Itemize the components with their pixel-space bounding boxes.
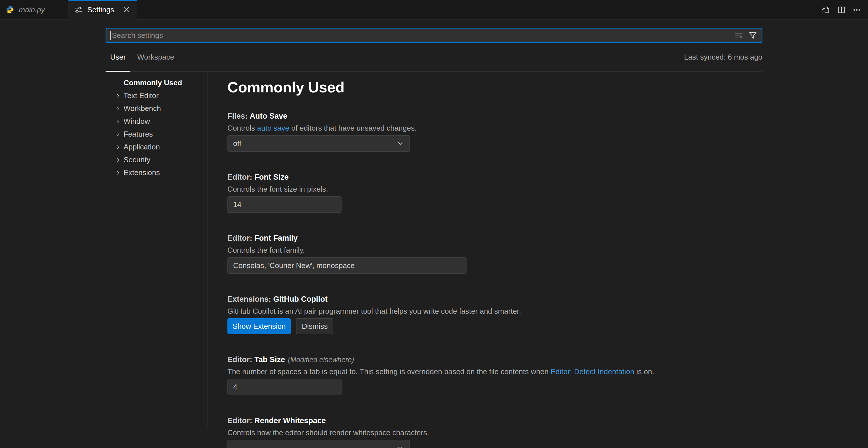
editor-render-whitespace-select[interactable] [227, 440, 410, 448]
editor-tab-settings[interactable]: Settings [68, 0, 137, 20]
more-actions-icon[interactable] [852, 5, 862, 14]
toc-item-label: Application [124, 142, 160, 152]
setting-title: Editor: Render Whitespace [227, 416, 763, 425]
description-text: of editors that have unsaved changes. [289, 124, 417, 132]
setting-name: Font Family [254, 234, 298, 243]
scope-tab-workspace[interactable]: Workspace [133, 43, 179, 71]
filter-icon[interactable] [748, 31, 757, 40]
python-icon [5, 5, 15, 14]
search-actions [734, 31, 757, 40]
clear-settings-search-icon [734, 31, 744, 40]
setting-description: Controls how the editor should render wh… [227, 428, 763, 438]
editor-font-size-input[interactable]: 14 [227, 196, 342, 213]
setting-category: Files: [227, 112, 248, 120]
settings-search-row: Search settings [105, 28, 763, 43]
tab-label: Settings [87, 5, 114, 14]
settings-link[interactable]: auto save [257, 124, 289, 132]
toc-item-label: Features [124, 130, 153, 138]
setting-control: 14 [227, 196, 763, 213]
setting-files-auto-save: Files: Auto SaveControls auto save of ed… [227, 111, 763, 152]
scope-tab-user[interactable]: User [105, 43, 130, 71]
input-value: 14 [233, 200, 241, 209]
select-value: off [233, 139, 241, 148]
chevron-right-icon [114, 131, 122, 138]
chevron-right-icon [114, 92, 122, 99]
description-text: Controls how the editor should render wh… [227, 428, 429, 437]
settings-body: Commonly Used Text Editor Workbench Wind… [0, 72, 868, 428]
search-input[interactable]: Search settings [105, 28, 763, 43]
open-settings-json-icon[interactable] [821, 5, 831, 14]
editor-tab-size-input[interactable]: 4 [227, 379, 342, 395]
chevron-down-icon [396, 444, 404, 448]
toc-item-label: Workbench [124, 104, 161, 113]
setting-editor-render-whitespace: Editor: Render WhitespaceControls how th… [227, 416, 763, 448]
chevron-right-icon [114, 169, 122, 177]
description-text: Controls [227, 124, 257, 132]
setting-name: Render Whitespace [254, 416, 326, 425]
toc-item-extensions[interactable]: Extensions [105, 166, 208, 179]
setting-description: The number of spaces a tab is equal to. … [227, 367, 763, 377]
chevron-right-icon [114, 143, 122, 151]
toc-item-label: Text Editor [124, 91, 159, 100]
toc-item-application[interactable]: Application [105, 140, 208, 153]
text-cursor [111, 31, 111, 40]
setting-description: GitHub Copilot is an AI pair programmer … [227, 306, 763, 316]
setting-category: Extensions: [227, 295, 271, 303]
chevron-down-icon [396, 139, 404, 148]
setting-category: Editor: [227, 234, 252, 243]
setting-name: Tab Size [254, 355, 285, 364]
setting-title: Extensions: GitHub Copilot [227, 294, 763, 304]
last-synced-label: Last synced: 6 mos ago [684, 53, 763, 62]
settings-scope-row: UserWorkspaceLast synced: 6 mos ago [105, 43, 763, 72]
setting-category: Editor: [227, 416, 252, 425]
show-extension-button[interactable]: Show Extension [227, 318, 291, 334]
setting-category: Editor: [227, 173, 252, 181]
description-text: Controls the font family. [227, 246, 305, 254]
setting-editor-font-size: Editor: Font SizeControls the font size … [227, 172, 763, 213]
toc-item-workbench[interactable]: Workbench [105, 102, 208, 115]
settings-link[interactable]: Editor: Detect Indentation [551, 367, 634, 376]
setting-category: Editor: [227, 355, 252, 364]
editor-font-family-input[interactable]: Consolas, 'Courier New', monospace [227, 257, 467, 274]
setting-title: Editor: Tab Size(Modified elsewhere) [227, 355, 763, 364]
toc-item-label: Extensions [124, 168, 160, 177]
page-title: Commonly Used [227, 79, 763, 96]
toc-item-security[interactable]: Security [105, 153, 208, 166]
setting-name: GitHub Copilot [273, 295, 328, 303]
setting-extensions-github-copilot: Extensions: GitHub CopilotGitHub Copilot… [227, 294, 763, 334]
settings-toc: Commonly Used Text Editor Workbench Wind… [105, 72, 208, 428]
setting-description: Controls the font size in pixels. [227, 184, 763, 194]
editor-tab-main-py[interactable]: main.py [0, 0, 68, 20]
setting-name: Auto Save [250, 112, 287, 120]
chevron-right-icon [114, 118, 122, 125]
toc-indent [114, 79, 122, 87]
toc-item-label: Window [124, 117, 150, 126]
setting-description: Controls the font family. [227, 245, 763, 255]
close-icon[interactable] [121, 5, 131, 15]
settings-content: Commonly Used Files: Auto SaveControls a… [227, 72, 763, 428]
setting-control [227, 440, 763, 448]
files-auto-save-select[interactable]: off [227, 135, 410, 152]
input-value: Consolas, 'Courier New', monospace [233, 261, 355, 270]
editor-actions [137, 0, 868, 20]
toc-item-features[interactable]: Features [105, 128, 208, 140]
setting-control: off [227, 135, 763, 152]
setting-description: Controls auto save of editors that have … [227, 123, 763, 133]
vscode-settings-window: main.py Settings Search settings UserWor… [0, 0, 868, 448]
setting-control: Consolas, 'Courier New', monospace [227, 257, 763, 274]
setting-name: Font Size [254, 173, 289, 181]
chevron-right-icon [114, 156, 122, 164]
toc-item-label: Commonly Used [124, 78, 182, 87]
setting-editor-tab-size: Editor: Tab Size(Modified elsewhere)The … [227, 355, 763, 395]
toc-item-label: Security [124, 155, 150, 164]
split-editor-icon[interactable] [837, 5, 846, 14]
setting-control: Show ExtensionDismiss [227, 318, 763, 334]
dismiss-button[interactable]: Dismiss [296, 318, 333, 334]
description-text: is on. [634, 367, 654, 376]
toc-item-text-editor[interactable]: Text Editor [105, 89, 208, 102]
toc-item-window[interactable]: Window [105, 115, 208, 128]
toc-item-commonly-used[interactable]: Commonly Used [105, 76, 208, 89]
setting-title: Editor: Font Family [227, 233, 763, 243]
tab-label: main.py [19, 5, 45, 14]
description-text: Controls the font size in pixels. [227, 185, 328, 193]
